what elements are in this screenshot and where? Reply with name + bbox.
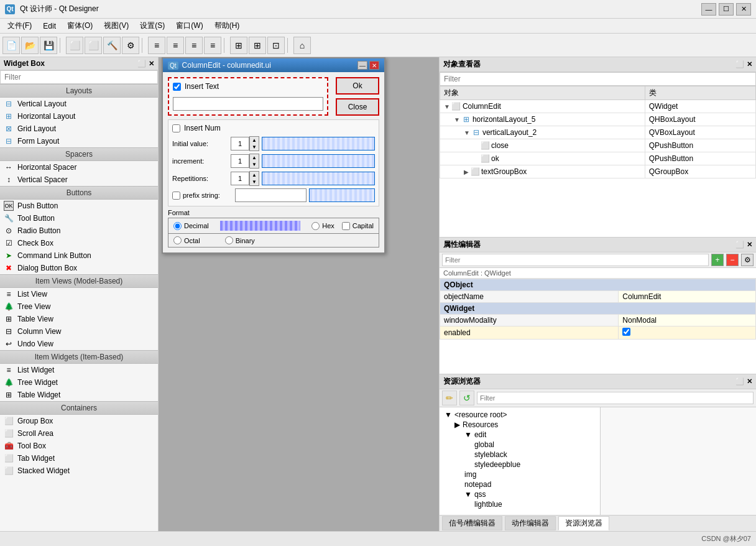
widget-vertical-spacer[interactable]: ↕ Vertical Spacer: [0, 174, 158, 186]
expand-6[interactable]: ▶: [464, 169, 469, 175]
dialog-minimize[interactable]: —: [357, 61, 367, 70]
menu-item-帮助(H)[interactable]: 帮助(H): [210, 19, 245, 32]
increment-down[interactable]: ▼: [250, 161, 259, 168]
table-row[interactable]: ▼ ⬜ ColumnEdit QWidget: [440, 100, 756, 113]
resource-qss-folder[interactable]: ▼ qss: [442, 489, 597, 499]
table-row[interactable]: ▶ ⬜ textGroupBox QGroupBox: [440, 165, 756, 178]
menu-item-Edit[interactable]: Edit: [38, 21, 61, 32]
resource-edit-folder[interactable]: ▼ edit: [442, 430, 597, 440]
toolbar-btn10[interactable]: ⊞: [249, 37, 266, 54]
toolbar-new[interactable]: 📄: [2, 37, 20, 54]
widget-tool-button[interactable]: 🔧 Tool Button: [0, 212, 158, 224]
widget-group-box[interactable]: ⬜ Group Box: [0, 415, 158, 427]
widget-grid-layout[interactable]: ⊠ Grid Layout: [0, 123, 158, 135]
binary-radio[interactable]: Binary: [225, 236, 255, 244]
objectname-value[interactable]: ColumnEdit: [619, 291, 756, 303]
expand-2[interactable]: ▼: [454, 116, 460, 123]
enabled-value[interactable]: [619, 326, 756, 340]
toolbar-open[interactable]: 📂: [21, 37, 39, 54]
resource-browser-float[interactable]: ⬜: [735, 377, 744, 386]
resource-edit-button[interactable]: ✏: [442, 391, 457, 405]
increment-scrollbar[interactable]: [262, 154, 375, 168]
toolbar-btn5[interactable]: ≡: [148, 37, 165, 54]
resource-styleblack[interactable]: styleblack: [442, 450, 597, 460]
expand-3[interactable]: ▼: [464, 129, 470, 136]
repetitions-down[interactable]: ▼: [250, 178, 259, 185]
widget-push-button[interactable]: OK Push Button: [0, 200, 158, 212]
canvas-area[interactable]: Qt ColumnEdit - columnedit.ui — ✕ Insert…: [159, 57, 439, 531]
resource-root[interactable]: ▼ <resource root>: [442, 410, 597, 420]
initial-value-scrollbar[interactable]: [262, 137, 375, 150]
repetitions-up[interactable]: ▲: [250, 172, 259, 178]
property-settings-button[interactable]: ⚙: [741, 254, 754, 266]
object-inspector-float[interactable]: ⬜: [735, 60, 744, 68]
dialog-close-btn[interactable]: ✕: [369, 61, 379, 70]
widget-radio-button[interactable]: ⊙ Radio Button: [0, 224, 158, 237]
resource-notepad[interactable]: notepad: [442, 479, 597, 489]
prefix-scrollbar[interactable]: [309, 188, 376, 202]
tab-resource-browser[interactable]: 资源浏览器: [558, 516, 609, 530]
insert-text-checkbox[interactable]: [173, 83, 181, 91]
widget-tree-widget[interactable]: 🌲 Tree Widget: [0, 376, 158, 389]
widget-tab-widget[interactable]: ⬜ Tab Widget: [0, 452, 158, 465]
toolbar-btn12[interactable]: ⌂: [293, 37, 311, 54]
toolbar-btn4[interactable]: ⚙: [122, 37, 139, 54]
resource-styledeepblue[interactable]: styledeepblue: [442, 460, 597, 470]
toolbar-btn9[interactable]: ⊞: [230, 37, 247, 54]
object-inspector-filter[interactable]: [440, 72, 756, 86]
capital-checkbox[interactable]: Capital: [342, 222, 374, 230]
menu-item-窗口(W)[interactable]: 窗口(W): [171, 19, 208, 32]
resource-root-expand[interactable]: ▼: [445, 410, 452, 419]
initial-value-input[interactable]: [231, 137, 249, 150]
menu-item-窗体(O)[interactable]: 窗体(O): [62, 19, 98, 32]
tab-signal-slot[interactable]: 信号/槽编辑器: [442, 516, 502, 530]
property-editor-float[interactable]: ⬜: [735, 241, 744, 249]
toolbar-btn7[interactable]: ≡: [185, 37, 203, 54]
expand-1[interactable]: ▼: [444, 103, 450, 110]
widget-horizontal-layout[interactable]: ⊞ Horizontal Layout: [0, 110, 158, 123]
repetitions-scrollbar[interactable]: [262, 172, 375, 185]
prefix-string-input[interactable]: [235, 188, 307, 202]
object-inspector-close[interactable]: ✕: [747, 60, 752, 68]
resource-filter[interactable]: [477, 392, 754, 404]
minimize-button[interactable]: —: [701, 3, 716, 16]
widget-list-widget[interactable]: ≡ List Widget: [0, 364, 158, 376]
enabled-checkbox[interactable]: [622, 328, 630, 336]
windowmodality-value[interactable]: NonModal: [619, 315, 756, 326]
resource-browser-close[interactable]: ✕: [747, 377, 752, 386]
menu-item-文件(F)[interactable]: 文件(F): [2, 19, 37, 32]
widget-list-view[interactable]: ≡ List View: [0, 288, 158, 300]
decimal-radio[interactable]: Decimal: [173, 222, 209, 230]
widget-form-layout[interactable]: ⊟ Form Layout: [0, 135, 158, 147]
widget-box-close[interactable]: ✕: [149, 60, 154, 68]
property-filter[interactable]: [442, 254, 709, 266]
menu-item-视图(V)[interactable]: 视图(V): [99, 19, 134, 32]
widget-check-box[interactable]: ☑ Check Box: [0, 237, 158, 249]
table-row[interactable]: ▶ ⬜ ok QPushButton: [440, 152, 756, 165]
widget-stacked-widget[interactable]: ⬜ Stacked Widget: [0, 465, 158, 477]
widget-scroll-area[interactable]: ⬜ Scroll Area: [0, 427, 158, 440]
toolbar-btn1[interactable]: ⬜: [66, 37, 83, 54]
resource-qss-expand[interactable]: ▼: [464, 490, 472, 499]
table-row[interactable]: ▼ ⊞ horizontalLayout_5 QHBoxLayout: [440, 113, 756, 126]
resource-img[interactable]: img: [442, 470, 597, 479]
widget-tree-view[interactable]: 🌲 Tree View: [0, 300, 158, 313]
widget-table-view[interactable]: ⊞ Table View: [0, 313, 158, 325]
widget-undo-view[interactable]: ↩ Undo View: [0, 338, 158, 350]
table-row[interactable]: ▼ ⊟ verticalLayout_2 QVBoxLayout: [440, 126, 756, 139]
increment-input[interactable]: [231, 154, 249, 168]
prefix-checkbox[interactable]: [172, 192, 180, 200]
resource-edit-expand[interactable]: ▼: [464, 430, 472, 439]
prop-row-objectname[interactable]: objectName ColumnEdit: [440, 291, 756, 303]
resource-global[interactable]: global: [442, 440, 597, 450]
widget-horizontal-spacer[interactable]: ↔ Horizontal Spacer: [0, 161, 158, 174]
initial-value-up[interactable]: ▲: [250, 137, 259, 144]
ok-button[interactable]: Ok: [336, 77, 379, 95]
widget-vertical-layout[interactable]: ⊟ Vertical Layout: [0, 98, 158, 110]
close-dialog-button[interactable]: Close: [336, 98, 379, 116]
widget-command-link[interactable]: ➤ Command Link Button: [0, 249, 158, 262]
prop-row-windowmodality[interactable]: windowModality NonModal: [440, 315, 756, 326]
toolbar-btn2[interactable]: ⬜: [85, 37, 102, 54]
hex-radio[interactable]: Hex: [311, 222, 334, 230]
property-remove-button[interactable]: −: [726, 254, 739, 266]
